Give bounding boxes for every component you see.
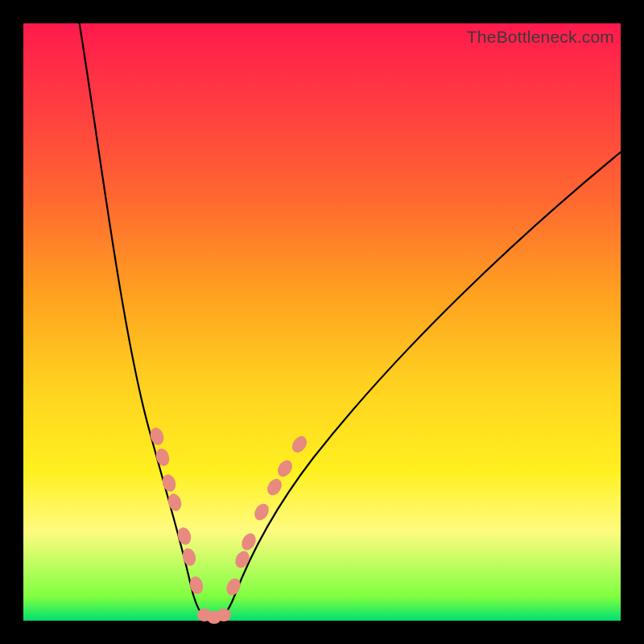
- left-curve: [78, 15, 204, 617]
- curve-group: [78, 15, 621, 619]
- right-dot-7: [289, 433, 310, 455]
- chart-frame: TheBottleneck.com: [23, 23, 621, 621]
- right-curve: [221, 152, 621, 617]
- bottom-dot-3: [217, 609, 231, 621]
- left-dot-3: [160, 473, 178, 493]
- marker-group: [148, 426, 310, 624]
- right-dot-2: [233, 549, 252, 571]
- left-dot-4: [166, 492, 184, 513]
- chart-svg: [23, 23, 621, 621]
- right-dot-1: [224, 576, 243, 598]
- right-dot-6: [275, 457, 295, 479]
- left-dot-5: [175, 526, 192, 547]
- right-dot-4: [252, 501, 272, 522]
- right-dot-5: [264, 476, 284, 497]
- left-dot-7: [188, 575, 205, 595]
- left-dot-1: [148, 426, 166, 447]
- left-dot-6: [180, 547, 197, 567]
- left-dot-2: [154, 447, 171, 468]
